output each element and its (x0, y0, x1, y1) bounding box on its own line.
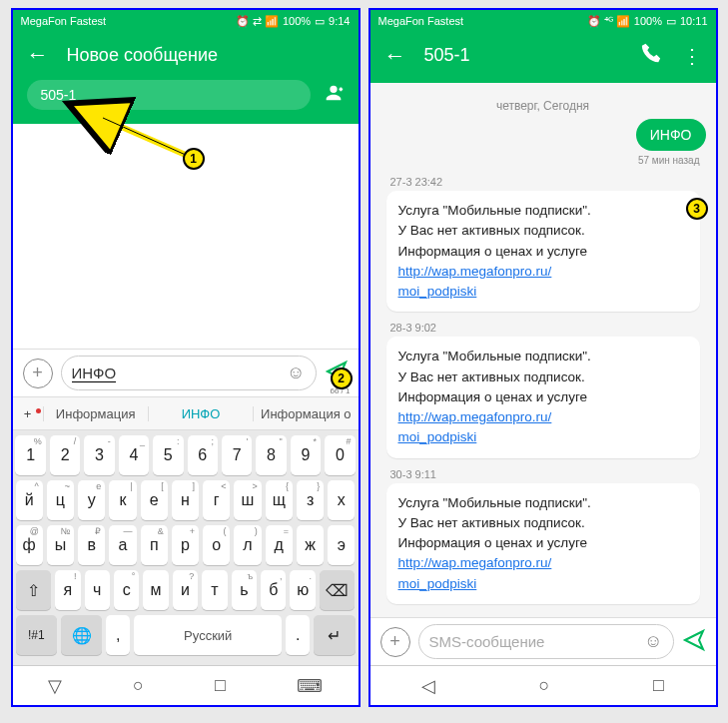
chat-body[interactable]: четверг, Сегодня ИНФО 57 мин назад 27-3 … (370, 83, 716, 617)
key-о[interactable]: о( (203, 525, 230, 565)
key-к[interactable]: к| (109, 480, 136, 520)
key-0[interactable]: 0# (325, 435, 355, 475)
space-key[interactable]: Русский (134, 615, 282, 655)
nav-recent-icon[interactable]: □ (215, 675, 226, 696)
key-ж[interactable]: ж (297, 525, 324, 565)
key-5[interactable]: 5: (153, 435, 183, 475)
send-button[interactable] (682, 628, 706, 656)
status-bar: MegaFon Fastest ⏰ ⇄ 📶 100% ▭ 9:14 (13, 10, 359, 32)
backspace-key[interactable]: ⌫ (320, 570, 356, 610)
key-л[interactable]: л) (234, 525, 261, 565)
key-г[interactable]: г< (203, 480, 230, 520)
key-ю[interactable]: ю. (290, 570, 315, 610)
key-н[interactable]: н] (172, 480, 199, 520)
key-д[interactable]: д= (266, 525, 293, 565)
key-ш[interactable]: ш> (234, 480, 261, 520)
key-э[interactable]: э (328, 525, 355, 565)
key-ь[interactable]: ьъ (232, 570, 257, 610)
recipient-field[interactable]: 505-1 (27, 80, 311, 110)
key-и[interactable]: и? (173, 570, 198, 610)
message-link[interactable]: http://wap.megafonpro.ru/ (398, 264, 552, 279)
compose-header: ← Новое сообщение 505-1 (13, 32, 359, 124)
key-т[interactable]: т (202, 570, 227, 610)
emoji-icon[interactable]: ☺ (287, 362, 305, 383)
key-ч[interactable]: ч (85, 570, 110, 610)
key-й[interactable]: й^ (16, 480, 43, 520)
send-button[interactable]: 66 / 1 (325, 360, 349, 387)
key-з[interactable]: з} (297, 480, 324, 520)
call-icon[interactable] (640, 42, 662, 69)
message-link[interactable]: moi_podpiski (398, 284, 477, 299)
suggestion-expand-icon[interactable]: + (13, 406, 43, 421)
keyboard: 1%2/3-4_5:6;7'8"9*0# й^ц~уек|е[н]г<ш>щ{з… (13, 430, 359, 665)
comma-key[interactable]: , (106, 615, 130, 655)
attach-plus-icon[interactable]: + (23, 359, 53, 388)
add-contact-icon[interactable] (323, 82, 345, 109)
battery-icon: ▭ (315, 15, 325, 28)
date-divider: четверг, Сегодня (380, 99, 706, 113)
globe-key[interactable]: 🌐 (61, 615, 102, 655)
key-6[interactable]: 6; (188, 435, 218, 475)
phone-right-conversation: MegaFon Fastest ⏰ ⁴ᴳ 📶 100% ▭ 10:11 ← 50… (368, 8, 718, 707)
key-3[interactable]: 3- (84, 435, 114, 475)
message-link[interactable]: moi_podpiski (398, 576, 477, 591)
emoji-icon[interactable]: ☺ (644, 631, 662, 652)
key-п[interactable]: п& (141, 525, 168, 565)
key-7[interactable]: 7' (222, 435, 252, 475)
key-ф[interactable]: ф@ (16, 525, 43, 565)
symbols-key[interactable]: !#1 (16, 615, 57, 655)
alarm-signal-icons: ⏰ ⁴ᴳ 📶 (587, 15, 630, 28)
clock-time: 10:11 (680, 15, 708, 27)
key-у[interactable]: уе (78, 480, 105, 520)
key-2[interactable]: 2/ (50, 435, 80, 475)
message-link[interactable]: http://wap.megafonpro.ru/ (398, 555, 552, 570)
message-input[interactable]: ИНФО ☺ (61, 356, 317, 390)
key-row-2: й^ц~уек|е[н]г<ш>щ{з}х (16, 480, 356, 520)
key-р[interactable]: р+ (172, 525, 199, 565)
dot-key[interactable]: . (286, 615, 310, 655)
key-9[interactable]: 9* (291, 435, 321, 475)
suggestion-2[interactable]: ИНФО (148, 406, 253, 421)
key-row-3: ф@ы№в₽а—п&р+о(л)д=жэ (16, 525, 356, 565)
key-в[interactable]: в₽ (78, 525, 105, 565)
incoming-message[interactable]: Услуга "Мобильные подписки".У Вас нет ак… (386, 191, 700, 312)
incoming-message[interactable]: Услуга "Мобильные подписки".У Вас нет ак… (386, 483, 700, 604)
nav-back-icon[interactable]: ▽ (48, 675, 62, 697)
key-м[interactable]: м (143, 570, 168, 610)
nav-home-icon[interactable]: ○ (539, 675, 550, 696)
suggestion-3[interactable]: Информация о (253, 406, 358, 421)
nav-back-icon[interactable]: ◁ (421, 675, 435, 697)
back-arrow-icon[interactable]: ← (27, 42, 49, 68)
message-text: ИНФО (72, 364, 117, 382)
suggestion-1[interactable]: Информация (43, 406, 148, 421)
key-ы[interactable]: ы№ (47, 525, 74, 565)
message-link[interactable]: http://wap.megafonpro.ru/ (398, 409, 552, 424)
key-ц[interactable]: ц~ (47, 480, 74, 520)
nav-home-icon[interactable]: ○ (133, 675, 144, 696)
key-б[interactable]: б, (261, 570, 286, 610)
key-row-4: ⇧ я!чс°ми?тьъб,ю. ⌫ (16, 570, 356, 610)
key-а[interactable]: а— (109, 525, 136, 565)
key-4[interactable]: 4_ (119, 435, 149, 475)
android-navbar: ▽ ○ □ ⌨ (13, 665, 359, 705)
key-я[interactable]: я! (55, 570, 80, 610)
key-е[interactable]: е[ (141, 480, 168, 520)
attach-plus-icon[interactable]: + (380, 627, 410, 657)
key-щ[interactable]: щ{ (266, 480, 293, 520)
nav-keyboard-icon[interactable]: ⌨ (297, 675, 323, 697)
clock-time: 9:14 (329, 15, 350, 27)
battery-icon: ▭ (666, 15, 676, 28)
shift-key[interactable]: ⇧ (16, 570, 52, 610)
key-х[interactable]: х (328, 480, 355, 520)
outgoing-message[interactable]: ИНФО (636, 119, 706, 151)
key-1[interactable]: 1% (15, 435, 45, 475)
nav-recent-icon[interactable]: □ (653, 675, 664, 696)
more-icon[interactable]: ⋮ (682, 44, 702, 68)
enter-key[interactable]: ↵ (314, 615, 355, 655)
message-input[interactable]: SMS-сообщение ☺ (418, 624, 674, 659)
key-8[interactable]: 8" (256, 435, 286, 475)
key-с[interactable]: с° (114, 570, 139, 610)
message-link[interactable]: moi_podpiski (398, 429, 477, 444)
back-arrow-icon[interactable]: ← (384, 43, 406, 69)
incoming-message[interactable]: Услуга "Мобильные подписки".У Вас нет ак… (386, 337, 700, 457)
